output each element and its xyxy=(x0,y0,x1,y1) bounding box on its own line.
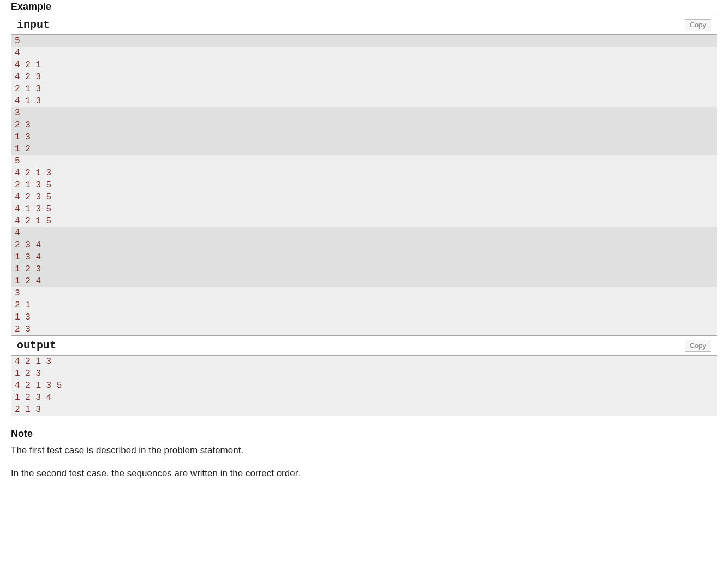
code-line: 1 3 xyxy=(11,311,717,323)
input-code: 544 2 14 2 32 1 34 1 332 31 31 254 2 1 3… xyxy=(11,35,717,335)
output-label: output xyxy=(17,339,56,352)
code-line: 3 xyxy=(11,107,717,119)
example-heading: Example xyxy=(11,1,717,13)
code-line: 1 2 3 xyxy=(11,263,717,275)
output-code: 4 2 1 31 2 34 2 1 3 51 2 3 42 1 3 xyxy=(11,356,717,416)
code-line: 4 2 1 5 xyxy=(11,215,717,227)
code-line: 1 3 4 xyxy=(11,251,717,263)
code-line: 4 1 3 5 xyxy=(11,203,717,215)
code-line: 2 1 xyxy=(11,299,717,311)
code-line: 3 xyxy=(11,287,717,299)
code-line: 4 xyxy=(11,47,717,59)
code-line: 1 2 xyxy=(11,143,717,155)
code-line: 4 1 3 xyxy=(11,95,717,107)
code-line: 2 3 xyxy=(11,323,717,335)
copy-input-button[interactable]: Copy xyxy=(685,19,711,31)
code-line: 1 2 4 xyxy=(11,275,717,287)
code-line: 4 2 3 5 xyxy=(11,191,717,203)
note-body: The first test case is described in the … xyxy=(11,444,717,480)
note-paragraph: The first test case is described in the … xyxy=(11,444,717,457)
note-heading: Note xyxy=(11,428,717,440)
code-line: 2 1 3 5 xyxy=(11,179,717,191)
code-line: 2 1 3 xyxy=(11,404,717,416)
code-line: 2 1 3 xyxy=(11,83,717,95)
code-line: 4 2 1 3 xyxy=(11,356,717,368)
code-line: 4 2 1 3 xyxy=(11,167,717,179)
code-line: 4 2 1 3 5 xyxy=(11,380,717,392)
code-line: 4 2 1 xyxy=(11,59,717,71)
code-line: 1 3 xyxy=(11,131,717,143)
code-line: 1 2 3 4 xyxy=(11,392,717,404)
code-line: 5 xyxy=(11,35,717,47)
code-line: 1 2 3 xyxy=(11,368,717,380)
copy-output-button[interactable]: Copy xyxy=(685,340,711,352)
output-header: output Copy xyxy=(11,335,717,356)
input-label: input xyxy=(17,19,50,31)
code-line: 2 3 4 xyxy=(11,239,717,251)
code-line: 2 3 xyxy=(11,119,717,131)
note-paragraph: In the second test case, the sequences a… xyxy=(11,467,717,480)
example-block: input Copy 544 2 14 2 32 1 34 1 332 31 3… xyxy=(11,15,717,416)
code-line: 5 xyxy=(11,155,717,167)
code-line: 4 2 3 xyxy=(11,71,717,83)
input-header: input Copy xyxy=(11,15,717,35)
code-line: 4 xyxy=(11,227,717,239)
